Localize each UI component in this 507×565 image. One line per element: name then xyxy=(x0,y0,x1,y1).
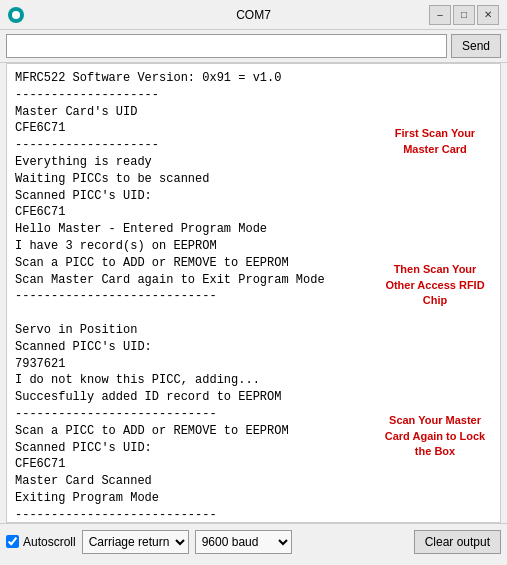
title-bar-left xyxy=(8,7,24,23)
hints-sidebar: First Scan Your Master Card Then Scan Yo… xyxy=(370,64,500,522)
app-icon-inner xyxy=(12,11,20,19)
autoscroll-label[interactable]: Autoscroll xyxy=(6,535,76,549)
carriage-return-select[interactable]: No line ending Newline Carriage return B… xyxy=(82,530,189,554)
bottom-bar: Autoscroll No line ending Newline Carria… xyxy=(0,523,507,559)
app-icon xyxy=(8,7,24,23)
window-title: COM7 xyxy=(236,8,271,22)
send-input[interactable] xyxy=(6,34,447,58)
autoscroll-text: Autoscroll xyxy=(23,535,76,549)
send-button[interactable]: Send xyxy=(451,34,501,58)
hint-2: Then Scan Your Other Access RFID Chip xyxy=(378,262,492,308)
window-controls: – □ ✕ xyxy=(429,5,499,25)
close-button[interactable]: ✕ xyxy=(477,5,499,25)
maximize-button[interactable]: □ xyxy=(453,5,475,25)
clear-output-button[interactable]: Clear output xyxy=(414,530,501,554)
minimize-button[interactable]: – xyxy=(429,5,451,25)
main-content: MFRC522 Software Version: 0x91 = v1.0 --… xyxy=(6,63,501,523)
send-bar: Send xyxy=(0,30,507,63)
hint-1: First Scan Your Master Card xyxy=(378,126,492,157)
autoscroll-checkbox[interactable] xyxy=(6,535,19,548)
serial-output: MFRC522 Software Version: 0x91 = v1.0 --… xyxy=(7,64,370,522)
hint-3: Scan Your Master Card Again to Lock the … xyxy=(378,413,492,459)
title-bar: COM7 – □ ✕ xyxy=(0,0,507,30)
baud-rate-select[interactable]: 300 baud 1200 baud 2400 baud 4800 baud 9… xyxy=(195,530,292,554)
